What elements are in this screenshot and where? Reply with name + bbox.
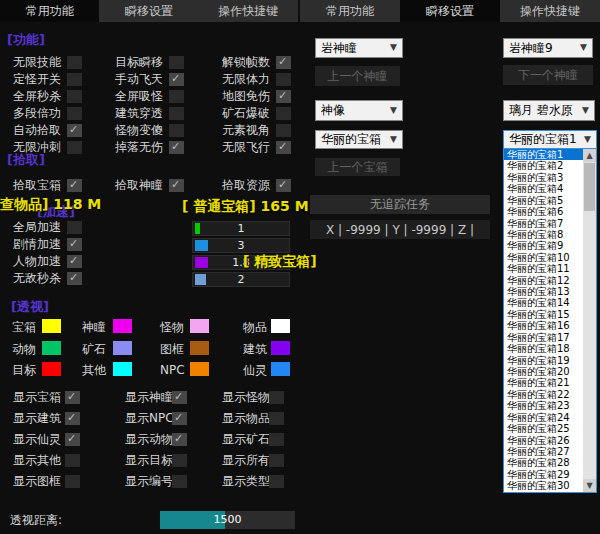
dropdown-list-item[interactable]: 华丽的宝箱6: [504, 206, 583, 217]
legend-color-swatch[interactable]: [113, 319, 132, 333]
checkbox-unchecked[interactable]: [169, 56, 184, 69]
dropdown-list-item[interactable]: 华丽的宝箱26: [504, 435, 583, 446]
prev-chest-button[interactable]: 上一个宝箱: [315, 158, 400, 176]
dropdown-list-item[interactable]: 华丽的宝箱15: [504, 309, 583, 320]
checkbox-unchecked[interactable]: [172, 475, 187, 488]
dropdown-list-item[interactable]: 华丽的宝箱25: [504, 423, 583, 434]
prev-eye-button[interactable]: 上一个神瞳: [315, 66, 400, 86]
checkbox-unchecked[interactable]: [269, 454, 284, 467]
dropdown-list-item[interactable]: 华丽的宝箱14: [504, 297, 583, 308]
checkbox-unchecked[interactable]: [67, 56, 82, 69]
statue-type-combobox[interactable]: 神像 ▼: [315, 100, 403, 121]
eye-type-combobox[interactable]: 岩神瞳 ▼: [315, 38, 403, 58]
checkbox-unchecked[interactable]: [65, 454, 80, 467]
dropdown-list-item[interactable]: 华丽的宝箱17: [504, 332, 583, 343]
checkbox-unchecked[interactable]: [67, 90, 82, 103]
dropdown-list-item[interactable]: 华丽的宝箱13: [504, 286, 583, 297]
checkbox-checked[interactable]: [276, 56, 291, 69]
legend-color-swatch[interactable]: [42, 319, 61, 333]
dropdown-list-item[interactable]: 华丽的宝箱22: [504, 389, 583, 400]
tab-active[interactable]: 瞬移设置: [400, 0, 500, 22]
checkbox-checked[interactable]: [67, 272, 82, 285]
dropdown-list-item[interactable]: 华丽的宝箱18: [504, 343, 583, 354]
checkbox-unchecked[interactable]: [269, 391, 284, 404]
checkbox-checked[interactable]: [65, 412, 80, 425]
dropdown-list-item[interactable]: 华丽的宝箱5: [504, 195, 583, 206]
checkbox-unchecked[interactable]: [65, 475, 80, 488]
tracked-task-row[interactable]: 无追踪任务: [310, 195, 490, 214]
checkbox-checked[interactable]: [67, 124, 82, 137]
chest-target-combobox[interactable]: 华丽的宝箱1 ▼: [503, 130, 597, 149]
dropdown-list-item[interactable]: 华丽的宝箱19: [504, 355, 583, 366]
dropdown-list-item[interactable]: 华丽的宝箱16: [504, 320, 583, 331]
legend-color-swatch[interactable]: [190, 319, 209, 333]
dropdown-list-item[interactable]: 华丽的宝箱20: [504, 366, 583, 377]
legend-color-swatch[interactable]: [190, 362, 209, 376]
checkbox-checked[interactable]: [169, 73, 184, 86]
speed-value-input[interactable]: 2: [192, 272, 290, 287]
checkbox-unchecked[interactable]: [276, 73, 291, 86]
checkbox-unchecked[interactable]: [67, 221, 82, 234]
dropdown-list-item[interactable]: 华丽的宝箱24: [504, 412, 583, 423]
checkbox-unchecked[interactable]: [172, 454, 187, 467]
chest-type-combobox[interactable]: 华丽的宝箱 ▼: [315, 130, 403, 149]
dropdown-list-item[interactable]: 华丽的宝箱23: [504, 400, 583, 411]
checkbox-checked[interactable]: [169, 141, 184, 154]
dropdown-list-item[interactable]: 华丽的宝箱9: [504, 240, 583, 251]
legend-color-swatch[interactable]: [271, 341, 290, 355]
dropdown-list-item[interactable]: 华丽的宝箱1: [504, 149, 583, 160]
checkbox-checked[interactable]: [172, 433, 187, 446]
dropdown-list-item[interactable]: 华丽的宝箱7: [504, 218, 583, 229]
legend-color-swatch[interactable]: [113, 362, 132, 376]
dropdown-list-item[interactable]: 华丽的宝箱21: [504, 377, 583, 388]
dropdown-list-item[interactable]: 华丽的宝箱27: [504, 446, 583, 457]
checkbox-unchecked[interactable]: [169, 124, 184, 137]
esp-distance-slider[interactable]: 1500: [160, 511, 295, 529]
dropdown-list-item[interactable]: 华丽的宝箱12: [504, 275, 583, 286]
checkbox-checked[interactable]: [172, 412, 187, 425]
scroll-thumb[interactable]: [584, 163, 595, 211]
checkbox-unchecked[interactable]: [67, 73, 82, 86]
checkbox-unchecked[interactable]: [169, 107, 184, 120]
dropdown-list-item[interactable]: 华丽的宝箱30: [504, 480, 583, 491]
dropdown-list-item[interactable]: 华丽的宝箱29: [504, 469, 583, 480]
dropdown-list-item[interactable]: 华丽的宝箱3: [504, 172, 583, 183]
tab-active[interactable]: 常用功能: [0, 0, 99, 22]
tab-inactive[interactable]: 操作快捷键: [199, 0, 298, 22]
checkbox-checked[interactable]: [276, 141, 291, 154]
checkbox-checked[interactable]: [67, 179, 82, 192]
next-eye-button[interactable]: 下一个神瞳: [503, 65, 593, 85]
checkbox-checked[interactable]: [172, 391, 187, 404]
checkbox-checked[interactable]: [276, 179, 291, 192]
checkbox-unchecked[interactable]: [276, 107, 291, 120]
legend-color-swatch[interactable]: [271, 362, 290, 376]
checkbox-unchecked[interactable]: [169, 90, 184, 103]
checkbox-checked[interactable]: [65, 391, 80, 404]
tab-inactive[interactable]: 操作快捷键: [500, 0, 600, 22]
checkbox-unchecked[interactable]: [67, 141, 82, 154]
statue-target-combobox[interactable]: 璃月 碧水原 ▼: [503, 100, 595, 121]
dropdown-list-item[interactable]: 华丽的宝箱4: [504, 183, 583, 194]
eye-target-combobox[interactable]: 岩神瞳9 ▼: [503, 38, 593, 58]
legend-color-swatch[interactable]: [271, 319, 290, 333]
checkbox-checked[interactable]: [65, 433, 80, 446]
scroll-up-icon[interactable]: ▲: [583, 149, 596, 162]
legend-color-swatch[interactable]: [42, 362, 61, 376]
checkbox-unchecked[interactable]: [269, 412, 284, 425]
legend-color-swatch[interactable]: [190, 341, 209, 355]
tab-inactive[interactable]: 常用功能: [300, 0, 400, 22]
tab-inactive[interactable]: 瞬移设置: [99, 0, 198, 22]
dropdown-list-item[interactable]: 华丽的宝箱10: [504, 252, 583, 263]
scroll-down-icon[interactable]: ▼: [583, 479, 596, 492]
dropdown-list-item[interactable]: 华丽的宝箱28: [504, 457, 583, 468]
checkbox-checked[interactable]: [276, 90, 291, 103]
speed-value-input[interactable]: 3: [192, 238, 290, 253]
checkbox-checked[interactable]: [67, 255, 82, 268]
legend-color-swatch[interactable]: [113, 341, 132, 355]
dropdown-scrollbar[interactable]: ▲▼: [583, 149, 596, 492]
checkbox-unchecked[interactable]: [269, 475, 284, 488]
dropdown-list-item[interactable]: 华丽的宝箱2: [504, 160, 583, 171]
dropdown-list-item[interactable]: 华丽的宝箱11: [504, 263, 583, 274]
checkbox-checked[interactable]: [67, 238, 82, 251]
dropdown-list-item[interactable]: 华丽的宝箱8: [504, 229, 583, 240]
